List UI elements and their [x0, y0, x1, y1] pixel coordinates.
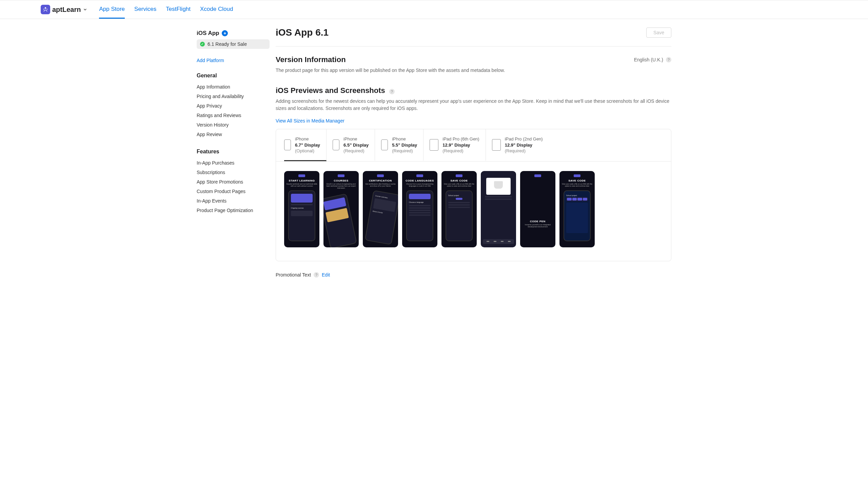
device-tab-iphone-65[interactable]: iPhone 6.5" Display (Required) — [333, 129, 375, 161]
screenshot-thumb[interactable]: START LEARNING Acquire technical and non… — [284, 171, 319, 247]
device-icon — [333, 139, 339, 150]
app-name: aptLearn — [52, 6, 81, 14]
sidebar-item-page-opt[interactable]: Product Page Optimization — [197, 206, 270, 215]
sidebar-item-pricing[interactable]: Pricing and Availability — [197, 92, 270, 101]
sidebar-app-label: iOS App — [197, 30, 219, 37]
help-icon[interactable]: ? — [314, 272, 319, 278]
help-icon[interactable]: ? — [666, 57, 671, 62]
device-icon — [284, 139, 291, 150]
screenshot-thumb[interactable]: CERTIFICATION Get certifications after f… — [363, 171, 398, 247]
device-tab-ipad-2gen[interactable]: iPad Pro (2nd Gen) 12.9" Display (Requir… — [492, 129, 549, 161]
tab-testflight[interactable]: TestFlight — [166, 0, 191, 19]
sidebar-item-version-history[interactable]: Version History — [197, 120, 270, 130]
nav-tabs: App Store Services TestFlight Xcode Clou… — [99, 0, 233, 19]
version-info-title: Version Information — [276, 55, 346, 64]
screenshots-row[interactable]: START LEARNING Acquire technical and non… — [276, 162, 671, 261]
screenshot-thumb[interactable]: CODE LANGUAGES Choose from a pool of pro… — [402, 171, 437, 247]
language-label: English (U.K.) — [634, 57, 663, 62]
device-tabs: iPhone 6.7" Display (Optional) iPhone 6.… — [276, 129, 671, 162]
promo-label: Promotional Text — [276, 272, 311, 278]
version-row[interactable]: 6.1 Ready for Sale — [197, 39, 270, 49]
edit-link[interactable]: Edit — [322, 272, 330, 278]
help-icon[interactable]: ? — [389, 89, 395, 94]
media-manager-link[interactable]: View All Sizes in Media Manager — [276, 118, 344, 124]
general-header: General — [197, 73, 270, 79]
device-tab-iphone-55[interactable]: iPhone 5.5" Display (Required) — [381, 129, 423, 161]
device-icon — [492, 139, 501, 151]
sidebar-item-events[interactable]: In-App Events — [197, 196, 270, 206]
device-tab-iphone-67[interactable]: iPhone 6.7" Display (Optional) — [284, 129, 327, 161]
screenshot-thumb[interactable]: CODE PEN Immerse yourself in our integra… — [520, 171, 555, 247]
page-title: iOS App 6.1 — [276, 27, 329, 38]
version-info-header: Version Information English (U.K.) ? — [276, 55, 671, 64]
sidebar-item-privacy[interactable]: App Privacy — [197, 101, 270, 111]
tab-services[interactable]: Services — [134, 0, 156, 19]
screenshot-thumb[interactable]: SAVE CODE Give your code a file on our I… — [441, 171, 477, 247]
title-row: iOS App 6.1 Save — [276, 27, 671, 46]
status-ready-icon — [200, 42, 205, 46]
device-card: iPhone 6.7" Display (Optional) iPhone 6.… — [276, 129, 671, 261]
version-status: 6.1 Ready for Sale — [208, 41, 247, 47]
sidebar-item-subscriptions[interactable]: Subscriptions — [197, 168, 270, 177]
device-icon — [381, 139, 388, 150]
app-logo-icon — [41, 5, 50, 14]
sidebar-item-ratings[interactable]: Ratings and Reviews — [197, 111, 270, 120]
promo-row: Promotional Text ? Edit — [276, 272, 671, 278]
screenshot-thumb[interactable] — [481, 171, 516, 247]
device-icon — [430, 139, 438, 151]
app-switcher[interactable]: aptLearn — [41, 5, 87, 14]
sidebar: iOS App + 6.1 Ready for Sale Add Platfor… — [197, 19, 270, 291]
main: iOS App 6.1 Save Version Information Eng… — [270, 19, 671, 291]
add-platform-link[interactable]: Add Platform — [197, 58, 270, 63]
screenshot-thumb[interactable]: COURSES Enroll in our school of engineer… — [323, 171, 359, 247]
previews-desc: Adding screenshots for the newest device… — [276, 98, 671, 112]
sidebar-item-app-information[interactable]: App Information — [197, 82, 270, 92]
topbar: aptLearn App Store Services TestFlight X… — [0, 0, 868, 19]
previews-title: iOS Previews and Screenshots — [276, 86, 385, 95]
features-header: Features — [197, 149, 270, 155]
chevron-down-icon — [83, 7, 87, 12]
svg-point-0 — [45, 7, 46, 9]
add-version-button[interactable]: + — [222, 30, 228, 36]
tab-xcode-cloud[interactable]: Xcode Cloud — [200, 0, 233, 19]
screenshot-thumb[interactable]: SAVE CODE Give your code a file on our I… — [559, 171, 595, 247]
previews-section: iOS Previews and Screenshots ? Adding sc… — [276, 86, 671, 261]
device-tab-ipad-6gen[interactable]: iPad Pro (6th Gen) 12.9" Display (Requir… — [430, 129, 486, 161]
sidebar-item-app-review[interactable]: App Review — [197, 130, 270, 139]
version-info-desc: The product page for this app version wi… — [276, 67, 671, 74]
tab-app-store[interactable]: App Store — [99, 0, 125, 19]
save-button[interactable]: Save — [646, 27, 671, 38]
sidebar-item-custom-pages[interactable]: Custom Product Pages — [197, 187, 270, 196]
sidebar-item-promotions[interactable]: App Store Promotions — [197, 177, 270, 187]
language-selector[interactable]: English (U.K.) ? — [634, 57, 671, 62]
sidebar-app-header: iOS App + — [197, 29, 270, 38]
sidebar-item-iap[interactable]: In-App Purchases — [197, 158, 270, 168]
